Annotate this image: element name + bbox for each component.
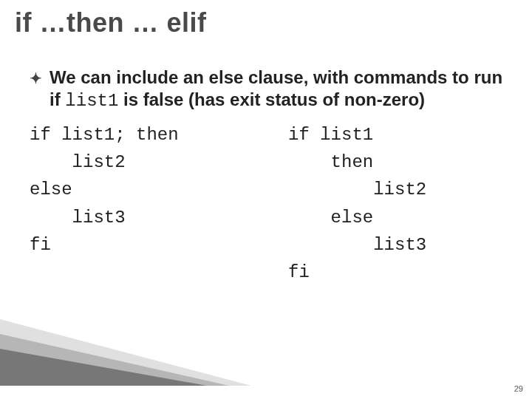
bullet-item: ✦ We can include an else clause, with co…	[30, 66, 510, 112]
svg-marker-0	[0, 319, 251, 386]
decorative-shape	[0, 275, 251, 386]
code-left: if list1; then list2 else list3 fi	[30, 121, 251, 286]
slide-title: if …then … elif	[15, 7, 207, 38]
inline-code: list1	[65, 91, 118, 111]
bullet-icon: ✦	[30, 71, 42, 86]
code-columns: if list1; then list2 else list3 fi if li…	[30, 121, 510, 286]
bullet-tail: is false (has exit status of non-zero)	[118, 89, 425, 109]
svg-marker-2	[0, 349, 207, 386]
svg-marker-1	[0, 334, 229, 386]
page-number: 29	[514, 384, 523, 393]
slide-body: ✦ We can include an else clause, with co…	[30, 66, 510, 286]
bullet-text: We can include an else clause, with comm…	[50, 66, 510, 112]
code-right: if list1 then list2 else list3 fi	[251, 121, 510, 286]
